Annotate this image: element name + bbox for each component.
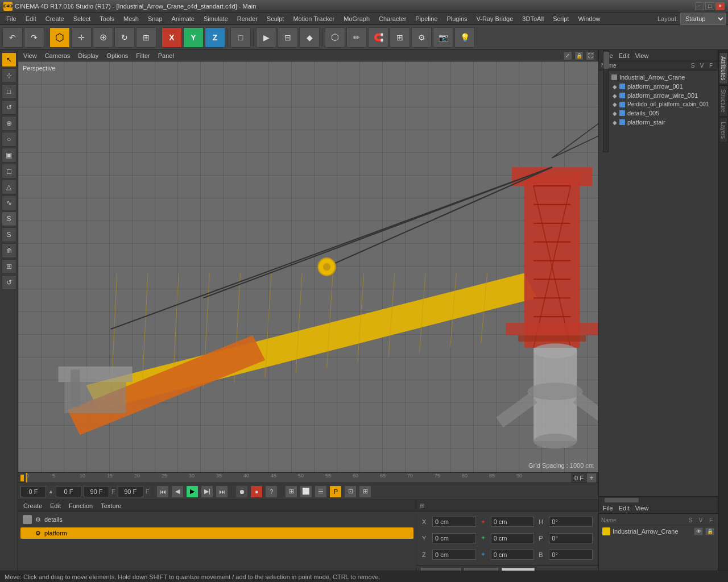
timeline-btn[interactable]: ☰	[315, 485, 327, 498]
tree-item-stair[interactable]: ◆ platform_stair	[610, 118, 715, 127]
undo-button[interactable]: ↶	[2, 27, 23, 48]
menu-pipeline[interactable]: Pipeline	[411, 14, 441, 23]
layers-edit-menu[interactable]: Edit	[617, 505, 631, 512]
maximize-button[interactable]: □	[705, 2, 714, 10]
move-tool-button[interactable]: ✛	[71, 27, 92, 48]
menu-tools[interactable]: Tools	[96, 14, 118, 23]
coord-y-pos-value[interactable]: 0 cm	[432, 533, 476, 543]
menu-animate[interactable]: Animate	[168, 14, 198, 23]
snap-button[interactable]: 🧲	[368, 27, 388, 48]
keyframe-button[interactable]: ◆	[299, 27, 320, 48]
viewport-file-menu[interactable]: View	[22, 52, 39, 59]
bottom-edit-menu[interactable]: Edit	[48, 502, 63, 509]
viewport-options-menu[interactable]: Options	[105, 52, 130, 59]
motion-path-btn[interactable]: ⊞	[285, 485, 297, 498]
titlebar-controls[interactable]: − □ ×	[695, 2, 725, 10]
bottom-function-menu[interactable]: Function	[67, 502, 94, 509]
layer-item-crane[interactable]: Industrial_Arrow_Crane 👁 🔒	[601, 526, 715, 537]
redo-button[interactable]: ↷	[24, 27, 44, 48]
viewport-panel-menu[interactable]: Panel	[156, 52, 176, 59]
menu-create[interactable]: Create	[42, 14, 68, 23]
viewport-cameras-menu[interactable]: Cameras	[43, 52, 72, 59]
tree-item-platform-arrow[interactable]: ◆ platform_arrow_001	[610, 82, 715, 91]
left-tool-scale[interactable]: ⊕	[2, 116, 16, 131]
left-tool-camera[interactable]: ▣	[2, 148, 16, 163]
powersave-btn[interactable]: P	[329, 485, 342, 498]
goto-end-btn[interactable]: ⏭	[216, 485, 228, 498]
end-frame-field-1[interactable]: 90 F	[84, 486, 109, 497]
bottom-texture-menu[interactable]: Texture	[99, 502, 123, 509]
coord-z-size-value[interactable]: 0 cm	[491, 550, 535, 560]
auto-key-btn[interactable]: ⏺	[235, 485, 248, 498]
multi-tool-button[interactable]: ⊞	[136, 27, 156, 48]
fcurve-btn[interactable]: ⬜	[300, 485, 312, 498]
coord-p-value[interactable]: 0°	[549, 533, 593, 543]
coord-h-value[interactable]: 0°	[549, 517, 593, 527]
tree-item-details[interactable]: ◆ details_005	[610, 109, 715, 118]
coord-x-pos-value[interactable]: 0 cm	[432, 517, 476, 527]
preview-end-field[interactable]: 90 F	[118, 486, 143, 497]
object-item-platform[interactable]: ⚙ platform	[20, 527, 413, 539]
layer-visibility-icon[interactable]: 👁	[694, 527, 703, 535]
tab-layers[interactable]: Layers	[719, 118, 728, 143]
timeline-track[interactable]: 0 5 10 15 20 25 30 35 40 45 50 55 60 65 …	[25, 473, 571, 483]
left-tool-rotate[interactable]: ↺	[2, 100, 16, 115]
help-btn[interactable]: ?	[265, 485, 278, 498]
left-tool-s2[interactable]: S	[2, 227, 16, 242]
tab-structure[interactable]: Structure	[719, 85, 728, 117]
left-tool-null[interactable]: ○	[2, 132, 16, 147]
timeline[interactable]: 0 5 10 15 20 25 30 35 40 45 50 55 60 65 …	[18, 472, 598, 483]
left-tool-box2[interactable]: ◻	[2, 164, 16, 178]
menu-select[interactable]: Select	[69, 14, 95, 23]
menu-render[interactable]: Render	[233, 14, 262, 23]
coord-y-size-value[interactable]: 0 cm	[491, 533, 535, 543]
menu-character[interactable]: Character	[375, 14, 410, 23]
tree-item-platform-wire[interactable]: ◆ platform_arrow_wire_001	[610, 91, 715, 100]
camera-button[interactable]: 📷	[433, 27, 453, 48]
goto-start-btn[interactable]: ⏮	[156, 485, 169, 498]
coord-b-value[interactable]: 0°	[549, 550, 593, 560]
object-item-details[interactable]: ⚙ details	[20, 514, 413, 525]
rotate-tool-button[interactable]: ↻	[114, 27, 135, 48]
layers-file-menu[interactable]: File	[601, 505, 615, 512]
timeline-add-btn[interactable]: +	[587, 473, 596, 483]
start-frame-field[interactable]: 0 F	[56, 486, 81, 497]
play-btn[interactable]: ▶	[186, 485, 198, 498]
left-tool-paint[interactable]: S	[2, 211, 16, 226]
current-frame-field[interactable]: 0 F	[20, 486, 46, 497]
viewport-expand-btn[interactable]: ⤢	[563, 51, 572, 60]
more-btn[interactable]: ⊞	[359, 485, 371, 498]
left-tool-move[interactable]: ⊹	[2, 68, 16, 83]
select-tool-button[interactable]: ⬡	[49, 27, 70, 48]
prev-frame-btn[interactable]: ◀	[171, 485, 184, 498]
grid-button[interactable]: ⊞	[390, 27, 410, 48]
frame-up-btn[interactable]: ▲	[48, 489, 53, 494]
menu-simulate[interactable]: Simulate	[200, 14, 232, 23]
coord-z-pos-value[interactable]: 0 cm	[432, 550, 476, 560]
menu-script[interactable]: Script	[549, 14, 573, 23]
viewport-filter-menu[interactable]: Filter	[134, 52, 151, 59]
menu-3dtoall[interactable]: 3DToAll	[518, 14, 548, 23]
3d-view-button[interactable]: ⬡	[325, 27, 345, 48]
x-axis-button[interactable]: X	[162, 27, 182, 48]
menu-plugins[interactable]: Plugins	[442, 14, 471, 23]
menu-vray[interactable]: V-Ray Bridge	[473, 14, 518, 23]
scene-view-menu[interactable]: View	[634, 52, 651, 59]
layers-view-menu[interactable]: View	[634, 505, 651, 512]
left-tool-spline[interactable]: ∿	[2, 196, 16, 210]
left-tool-select[interactable]: ↖	[2, 52, 16, 67]
viewport-lock-btn[interactable]: 🔒	[574, 51, 584, 60]
menu-mesh[interactable]: Mesh	[119, 14, 143, 23]
menu-motion-tracker[interactable]: Motion Tracker	[289, 14, 338, 23]
menu-window[interactable]: Window	[574, 14, 604, 23]
layer-lock-icon[interactable]: 🔒	[705, 527, 714, 535]
left-tool-deform[interactable]: ⋒	[2, 243, 16, 258]
play-anim-button[interactable]: ▶	[256, 27, 276, 48]
minimize-button[interactable]: −	[695, 2, 704, 10]
scene-scrollbar-thumb[interactable]	[603, 52, 609, 69]
next-frame-btn[interactable]: ▶|	[201, 485, 213, 498]
layout-select[interactable]: Startup	[680, 13, 726, 25]
bottom-create-menu[interactable]: Create	[22, 502, 44, 509]
menu-edit[interactable]: Edit	[22, 14, 40, 23]
menu-snap[interactable]: Snap	[144, 14, 167, 23]
